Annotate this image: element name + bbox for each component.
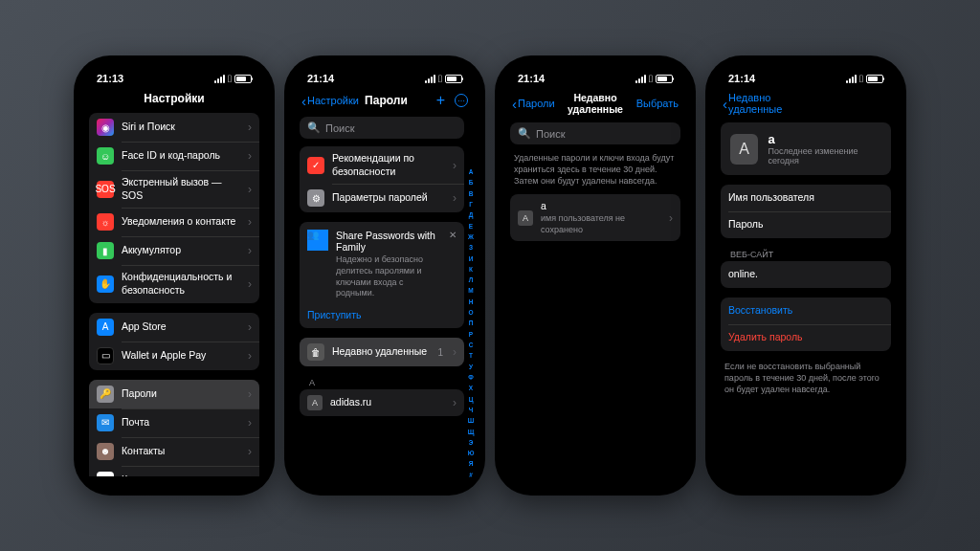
chevron-right-icon: › <box>453 396 457 409</box>
signal-icon <box>214 75 225 83</box>
chevron-right-icon: › <box>248 215 252 229</box>
deleted-info-text: Удаленные пароли и ключи входа будут хра… <box>510 152 680 194</box>
section-header-a: A <box>300 376 464 389</box>
signal-icon <box>425 75 435 83</box>
calendar-icon: ▦ <box>97 472 114 476</box>
sos-icon: SOS <box>97 181 114 198</box>
status-time: 21:14 <box>307 73 334 84</box>
restore-button[interactable]: Восстановить <box>721 298 891 324</box>
chevron-right-icon: › <box>248 445 252 458</box>
row-appstore[interactable]: AApp Store› <box>89 313 259 342</box>
row-passwords[interactable]: 🔑Пароли› <box>89 380 259 408</box>
row-security-recs[interactable]: ✓Рекомендации по безопасности› <box>300 146 464 184</box>
chevron-right-icon: › <box>453 191 457 205</box>
key-icon: 🔑 <box>97 386 114 403</box>
row-username[interactable]: Имя пользователя <box>721 185 891 211</box>
back-button[interactable]: ‹Пароли <box>512 97 568 111</box>
shield-icon: ✓ <box>307 157 324 174</box>
dynamic-island <box>781 64 831 79</box>
chevron-right-icon: › <box>248 244 252 257</box>
signal-icon <box>846 75 857 83</box>
row-sos[interactable]: SOSЭкстренный вызов — SOS› <box>89 170 259 208</box>
row-faceid[interactable]: ☺Face ID и код-пароль› <box>89 142 259 170</box>
battery-icon <box>656 75 673 83</box>
phone-3-deleted: 21:14 􀙇 ‹Пароли Недавно удаленные Выбрат… <box>495 55 696 496</box>
row-recently-deleted[interactable]: 🗑Недавно удаленные1› <box>300 338 464 366</box>
add-button[interactable]: + <box>436 92 445 109</box>
chevron-right-icon: › <box>248 121 252 134</box>
status-time: 21:13 <box>97 73 123 84</box>
page-title: Недавно удаленные <box>568 92 623 115</box>
battery-icon <box>445 75 462 83</box>
search-icon: 🔍 <box>518 127 531 140</box>
row-contacts[interactable]: ☻Контакты› <box>89 437 259 466</box>
row-website[interactable]: online. <box>721 261 891 288</box>
back-button[interactable]: ‹Настройки <box>301 94 359 108</box>
chevron-right-icon: › <box>248 277 252 291</box>
search-input[interactable]: 🔍Поиск <box>300 117 464 139</box>
status-time: 21:14 <box>728 73 755 84</box>
row-password-options[interactable]: ⚙Параметры паролей› <box>300 184 464 212</box>
chevron-right-icon: › <box>248 183 252 196</box>
dynamic-island <box>360 64 410 79</box>
site-icon: A <box>518 210 533 226</box>
chevron-right-icon: › <box>248 149 252 163</box>
row-mail[interactable]: ✉Почта› <box>89 408 259 437</box>
page-title: Настройки <box>144 92 204 105</box>
gear-icon: ⚙ <box>307 189 324 207</box>
phone-2-passwords: 21:14 􀙇 ‹Настройки Пароли +⋯ 🔍Поиск ✓Рек… <box>284 55 485 496</box>
chevron-left-icon: ‹ <box>301 94 306 108</box>
chevron-right-icon: › <box>248 387 252 401</box>
wallet-icon: ▭ <box>97 347 114 364</box>
dynamic-island <box>149 64 199 79</box>
share-family-card: 👥 Share Passwords with Family Надежно и … <box>300 222 464 328</box>
wifi-icon: 􀙇 <box>859 73 863 84</box>
more-button[interactable]: ⋯ <box>455 94 468 107</box>
search-input[interactable]: 🔍Поиск <box>510 122 680 144</box>
row-siri[interactable]: ◉Siri и Поиск› <box>89 113 259 142</box>
battery-icon: ▮ <box>97 242 114 259</box>
search-icon: 🔍 <box>307 121 321 134</box>
dynamic-island <box>570 64 620 79</box>
section-website: ВЕБ-САЙТ <box>721 248 891 261</box>
chevron-left-icon: ‹ <box>723 97 727 111</box>
phone-1-settings: 21:13 􀙇 Настройки ◉Siri и Поиск› ☺Face I… <box>74 55 275 496</box>
select-button[interactable]: Выбрать <box>636 98 679 109</box>
close-icon[interactable]: ✕ <box>449 230 457 240</box>
detail-footer-text: Если не восстановить выбранный пароль в … <box>721 361 891 403</box>
row-exposure[interactable]: ☼Уведомления о контакте› <box>89 208 259 236</box>
row-privacy[interactable]: ✋Конфиденциальность и безопасность› <box>89 265 259 302</box>
status-time: 21:14 <box>518 73 545 84</box>
site-icon: A <box>307 395 323 410</box>
wifi-icon: 􀙇 <box>438 73 442 84</box>
trash-icon: 🗑 <box>307 343 324 361</box>
row-calendar[interactable]: ▦Календарь› <box>89 466 259 476</box>
row-password[interactable]: Пароль <box>721 211 891 238</box>
back-button[interactable]: ‹Недавно удаленные <box>723 92 782 115</box>
chevron-right-icon: › <box>248 474 252 476</box>
chevron-right-icon: › <box>453 345 457 359</box>
family-icon: 👥 <box>307 230 328 251</box>
battery-icon <box>866 75 883 83</box>
row-battery[interactable]: ▮Аккумулятор› <box>89 236 259 265</box>
chevron-right-icon: › <box>453 159 457 172</box>
share-start-button[interactable]: Приступить <box>307 309 457 320</box>
signal-icon <box>635 75 646 83</box>
mail-icon: ✉ <box>97 414 114 431</box>
row-deleted-item[interactable]: A aимя пользователя не сохранено › <box>510 194 680 241</box>
wifi-icon: 􀙇 <box>228 73 232 84</box>
siri-icon: ◉ <box>97 119 114 136</box>
chevron-right-icon: › <box>248 349 252 363</box>
page-title: Пароли <box>359 94 413 107</box>
chevron-left-icon: ‹ <box>512 97 517 111</box>
row-site-adidas[interactable]: Aadidas.ru› <box>300 389 464 416</box>
delete-button[interactable]: Удалить пароль <box>721 324 891 351</box>
detail-title: a <box>768 132 881 146</box>
appstore-icon: A <box>97 319 114 336</box>
battery-icon <box>234 75 252 83</box>
alpha-index[interactable]: АБВГДЕЖЗИКЛМНОПРСТУФХЦЧШЩЭЮЯ# <box>466 168 476 478</box>
contacts-icon: ☻ <box>97 443 114 460</box>
row-wallet[interactable]: ▭Wallet и Apple Pay› <box>89 342 259 370</box>
wifi-icon: 􀙇 <box>649 73 653 84</box>
exposure-icon: ☼ <box>97 213 114 231</box>
